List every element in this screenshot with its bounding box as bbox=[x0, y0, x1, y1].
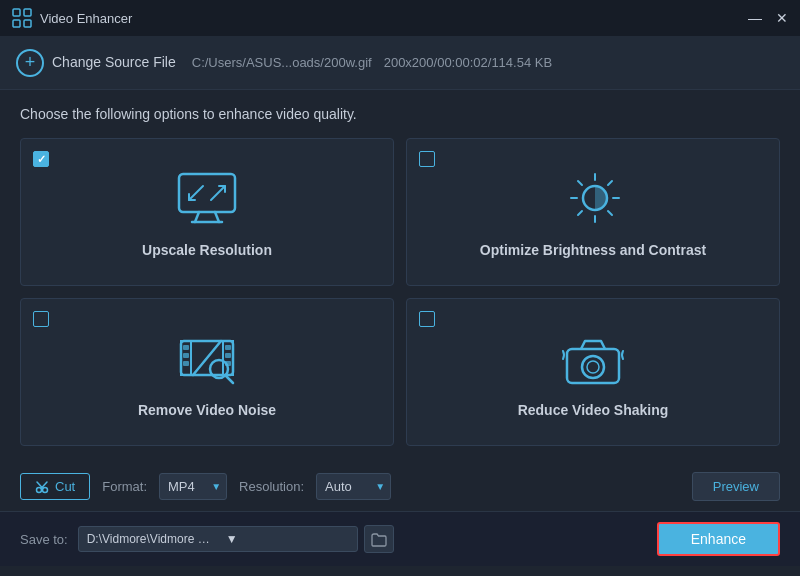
option-label-reduce-video-shaking: Reduce Video Shaking bbox=[518, 402, 669, 418]
folder-button[interactable] bbox=[364, 525, 394, 553]
save-path-select[interactable]: D:\Vidmore\Vidmore V...erter\Video Enhan… bbox=[78, 526, 358, 552]
resolution-select[interactable]: Auto 720p 1080p 4K bbox=[316, 473, 391, 500]
preview-button[interactable]: Preview bbox=[692, 472, 780, 501]
svg-rect-2 bbox=[13, 20, 20, 27]
option-card-upscale-resolution[interactable]: Upscale Resolution bbox=[20, 138, 394, 286]
option-label-remove-video-noise: Remove Video Noise bbox=[138, 402, 276, 418]
source-bar: + Change Source File C:/Users/ASUS...oad… bbox=[0, 36, 800, 90]
svg-line-8 bbox=[189, 186, 203, 200]
subtitle: Choose the following options to enhance … bbox=[20, 106, 780, 122]
minimize-button[interactable]: — bbox=[748, 11, 762, 25]
svg-line-28 bbox=[193, 341, 221, 375]
save-path-arrow-icon: ▼ bbox=[218, 527, 357, 551]
camera-icon bbox=[561, 326, 625, 390]
bottom-toolbar: Cut Format: MP4 MOV AVI MKV GIF ▼ Resolu… bbox=[0, 462, 800, 511]
svg-rect-0 bbox=[13, 9, 20, 16]
svg-line-5 bbox=[195, 212, 199, 222]
scissors-icon bbox=[35, 480, 49, 494]
change-source-label: Change Source File bbox=[52, 54, 176, 71]
svg-rect-23 bbox=[183, 353, 189, 358]
save-bar: Save to: D:\Vidmore\Vidmore V...erter\Vi… bbox=[0, 511, 800, 566]
resolution-select-wrapper[interactable]: Auto 720p 1080p 4K ▼ bbox=[316, 473, 391, 500]
film-icon bbox=[175, 326, 239, 390]
resolution-label: Resolution: bbox=[239, 479, 304, 494]
cut-button[interactable]: Cut bbox=[20, 473, 90, 500]
svg-line-18 bbox=[578, 211, 582, 215]
save-path-text: D:\Vidmore\Vidmore V...erter\Video Enhan… bbox=[79, 527, 218, 551]
format-label: Format: bbox=[102, 479, 147, 494]
file-info: C:/Users/ASUS...oads/200w.gif 200x200/00… bbox=[192, 55, 552, 70]
options-grid: Upscale Resolution bbox=[20, 138, 780, 446]
change-source-button[interactable]: + Change Source File bbox=[16, 49, 176, 77]
monitor-icon bbox=[175, 166, 239, 230]
title-bar-left: Video Enhancer bbox=[12, 8, 132, 28]
enhance-button[interactable]: Enhance bbox=[657, 522, 780, 556]
svg-point-33 bbox=[587, 361, 599, 373]
title-bar: Video Enhancer — ✕ bbox=[0, 0, 800, 36]
svg-line-17 bbox=[608, 181, 612, 185]
save-path-wrapper: D:\Vidmore\Vidmore V...erter\Video Enhan… bbox=[78, 525, 647, 553]
file-path: C:/Users/ASUS...oads/200w.gif bbox=[192, 55, 372, 70]
close-button[interactable]: ✕ bbox=[776, 11, 788, 25]
svg-line-30 bbox=[226, 376, 233, 383]
option-label-optimize-brightness: Optimize Brightness and Contrast bbox=[480, 242, 706, 258]
checkbox-reduce-video-shaking[interactable] bbox=[419, 311, 435, 327]
svg-rect-3 bbox=[24, 20, 31, 27]
svg-line-6 bbox=[215, 212, 219, 222]
option-card-reduce-video-shaking[interactable]: Reduce Video Shaking bbox=[406, 298, 780, 446]
app-title: Video Enhancer bbox=[40, 11, 132, 26]
svg-rect-1 bbox=[24, 9, 31, 16]
brightness-icon bbox=[561, 166, 625, 230]
svg-line-9 bbox=[211, 186, 225, 200]
app-icon bbox=[12, 8, 32, 28]
title-bar-controls: — ✕ bbox=[748, 11, 788, 25]
svg-rect-24 bbox=[183, 361, 189, 366]
save-label: Save to: bbox=[20, 532, 68, 547]
main-content: Choose the following options to enhance … bbox=[0, 90, 800, 462]
file-metadata: 200x200/00:00:02/114.54 KB bbox=[384, 55, 552, 70]
folder-icon bbox=[371, 533, 387, 546]
format-select-wrapper[interactable]: MP4 MOV AVI MKV GIF ▼ bbox=[159, 473, 227, 500]
svg-rect-25 bbox=[225, 345, 231, 350]
option-label-upscale-resolution: Upscale Resolution bbox=[142, 242, 272, 258]
format-select[interactable]: MP4 MOV AVI MKV GIF bbox=[159, 473, 227, 500]
checkbox-remove-video-noise[interactable] bbox=[33, 311, 49, 327]
svg-rect-22 bbox=[183, 345, 189, 350]
svg-line-15 bbox=[578, 181, 582, 185]
svg-rect-26 bbox=[225, 353, 231, 358]
svg-rect-4 bbox=[179, 174, 235, 212]
checkbox-optimize-brightness[interactable] bbox=[419, 151, 435, 167]
svg-line-16 bbox=[608, 211, 612, 215]
checkbox-upscale-resolution[interactable] bbox=[33, 151, 49, 167]
option-card-optimize-brightness[interactable]: Optimize Brightness and Contrast bbox=[406, 138, 780, 286]
cut-label: Cut bbox=[55, 479, 75, 494]
option-card-remove-video-noise[interactable]: Remove Video Noise bbox=[20, 298, 394, 446]
svg-point-32 bbox=[582, 356, 604, 378]
plus-circle-icon: + bbox=[16, 49, 44, 77]
